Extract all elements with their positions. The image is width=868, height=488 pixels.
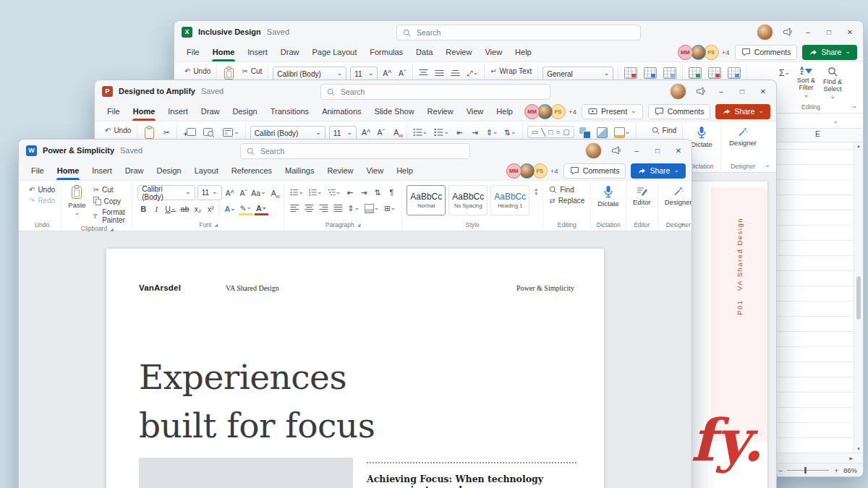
redo-button[interactable]: ↷Redo <box>27 196 56 205</box>
delete-cells-icon[interactable] <box>707 67 723 80</box>
format-painter-button[interactable]: Format Painter <box>92 207 129 225</box>
paste-button[interactable] <box>221 67 237 80</box>
find-button[interactable]: Find <box>548 185 575 194</box>
autosum-button[interactable]: Σ <box>778 67 791 80</box>
share-button[interactable]: Share <box>802 45 857 60</box>
ribbon-tab[interactable]: Slide Show <box>368 102 421 121</box>
circle-shape-icon[interactable]: ○ <box>556 128 560 136</box>
ribbon-tab[interactable]: Help <box>509 43 538 61</box>
format-as-table-icon[interactable] <box>642 67 658 80</box>
line-spacing-icon[interactable]: ⇕ <box>346 202 361 215</box>
maximize-button[interactable]: □ <box>736 87 748 95</box>
bold-button[interactable]: B <box>137 202 149 215</box>
minimize-button[interactable]: – <box>715 87 727 95</box>
ribbon-tab[interactable]: References <box>225 161 278 180</box>
excel-search-box[interactable] <box>396 25 641 40</box>
user-avatar[interactable] <box>670 83 686 100</box>
align-bottom-icon[interactable] <box>449 67 461 80</box>
format-cells-icon[interactable] <box>726 67 742 80</box>
ribbon-collapse-icon[interactable] <box>680 221 686 228</box>
ribbon-tab[interactable]: Draw <box>274 43 306 61</box>
word-search-box[interactable] <box>240 143 470 159</box>
style-gallery-scroll[interactable]: ▲▼ <box>532 185 538 198</box>
insert-cells-icon[interactable] <box>687 67 703 80</box>
find-button[interactable]: Find <box>650 126 678 135</box>
editor-button[interactable]: Editor <box>631 185 653 206</box>
ribbon-tab[interactable]: View <box>478 43 509 61</box>
avatar-fs[interactable]: FS <box>532 163 548 179</box>
align-left-icon[interactable] <box>289 202 301 215</box>
highlight-button[interactable]: ✎ <box>239 202 253 215</box>
comments-button[interactable]: Comments <box>735 45 798 60</box>
close-button[interactable]: ✕ <box>673 147 684 155</box>
font-name-select[interactable]: Calibri (Body) <box>137 185 195 200</box>
ribbon-tab[interactable]: Home <box>206 43 242 61</box>
strikethrough-button[interactable]: ab <box>179 202 190 215</box>
wrap-text-button[interactable]: ↵Wrap Text <box>489 67 533 76</box>
align-right-icon[interactable] <box>318 202 330 215</box>
quick-styles-icon[interactable] <box>595 126 609 139</box>
document-page[interactable]: VanArsdel VA Shared Design Power & Simpl… <box>106 249 604 488</box>
dictate-button[interactable]: Dictate <box>689 126 715 148</box>
document-canvas[interactable]: VanArsdel VA Shared Design Power & Simpl… <box>19 231 692 488</box>
copy-button[interactable]: Copy <box>92 196 122 206</box>
zoom-slider-handle[interactable] <box>804 467 807 474</box>
formula-bar-expand-icon[interactable] <box>833 116 838 125</box>
user-avatar[interactable] <box>585 142 602 159</box>
shrink-font-button[interactable]: Aˇ <box>396 67 408 80</box>
shrink-font-button[interactable]: Aˇ <box>238 187 250 200</box>
align-top-icon[interactable] <box>417 67 430 80</box>
megaphone-icon[interactable] <box>696 87 706 95</box>
word-window[interactable]: W Power & Simplicity Saved – □ ✕ FileHom… <box>18 139 692 488</box>
grow-font-button[interactable]: A^ <box>381 67 393 80</box>
comments-button[interactable]: Comments <box>563 163 626 179</box>
shapes-gallery[interactable]: ▭ ╲ □ ○ ▢ <box>527 126 574 138</box>
dialog-launcher-icon[interactable]: ◢ <box>110 226 114 231</box>
ribbon-tab[interactable]: Draw <box>195 102 226 121</box>
conditional-formatting-icon[interactable] <box>623 67 639 80</box>
excel-search-input[interactable] <box>415 27 634 38</box>
ribbon-tab[interactable]: Review <box>421 102 460 121</box>
text-direction-icon[interactable]: ⇅ <box>503 126 517 139</box>
rectangle-shape-icon[interactable]: ▭ <box>532 128 538 136</box>
ribbon-tab[interactable]: Review <box>320 161 359 180</box>
subscript-button[interactable]: x₂ <box>192 202 203 215</box>
ribbon-tab[interactable]: Mailings <box>278 161 320 180</box>
zoom-out-button[interactable]: – <box>778 466 782 474</box>
close-button[interactable]: ✕ <box>844 28 856 36</box>
minimize-button[interactable]: – <box>631 147 642 155</box>
line-spacing-icon[interactable]: ⇕ <box>485 126 499 139</box>
ribbon-collapse-icon[interactable] <box>851 103 857 110</box>
ribbon-tab[interactable]: File <box>101 102 127 121</box>
designer-button[interactable]: Designer <box>663 185 692 206</box>
scrollbar-handle[interactable] <box>856 276 861 320</box>
shrink-font-button[interactable]: Aˇ <box>375 126 387 139</box>
scroll-up-icon[interactable]: ▲ <box>856 144 861 148</box>
more-collaborators[interactable]: +4 <box>722 48 730 56</box>
indent-increase-icon[interactable]: ⇥ <box>358 186 370 199</box>
minimize-button[interactable]: – <box>802 28 814 36</box>
paste-button[interactable]: Paste <box>66 185 88 217</box>
ribbon-tab[interactable]: Design <box>226 102 263 121</box>
present-button[interactable]: Present <box>582 104 643 119</box>
image-placeholder[interactable] <box>139 458 353 488</box>
user-avatar[interactable] <box>757 24 773 40</box>
font-size-select[interactable]: 11 <box>197 185 222 200</box>
zoom-slider[interactable] <box>787 470 829 471</box>
avatar-mm[interactable]: MM <box>678 45 693 60</box>
zoom-percentage[interactable]: 86% <box>843 466 857 474</box>
undo-button[interactable]: ↶Undo <box>183 67 212 76</box>
dialog-launcher-icon[interactable]: ◢ <box>214 222 218 227</box>
font-color-button[interactable]: A <box>255 202 268 215</box>
cell-styles-icon[interactable] <box>662 67 678 80</box>
underline-button[interactable]: U <box>163 202 177 215</box>
avatar-photo[interactable] <box>691 45 706 60</box>
maximize-button[interactable]: □ <box>823 28 835 36</box>
ribbon-tab[interactable]: Home <box>51 161 86 180</box>
grow-font-button[interactable]: A^ <box>224 187 236 200</box>
ribbon-tab[interactable]: Review <box>439 43 478 61</box>
clear-formatting-button[interactable]: A <box>268 187 279 200</box>
undo-button[interactable]: ↶Undo <box>103 126 132 135</box>
cut-button[interactable]: ✂ <box>161 126 172 139</box>
word-search-input[interactable] <box>259 146 464 156</box>
